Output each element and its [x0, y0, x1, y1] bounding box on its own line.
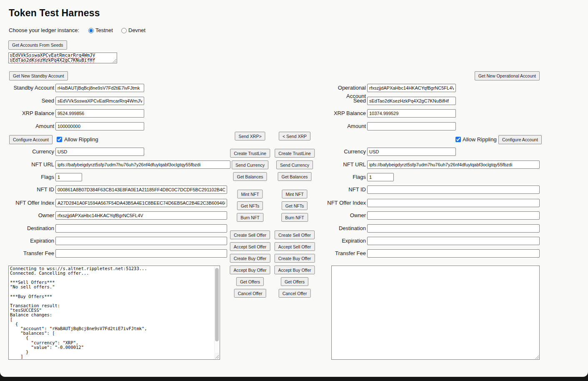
get-new-standby-account-button[interactable]: Get New Standby Account — [9, 71, 68, 80]
operational-expiration-row: Expiration — [0, 237, 588, 245]
operational-nft-id-input[interactable] — [367, 185, 540, 194]
operational-currency-input[interactable] — [367, 148, 456, 156]
testnet-radio-label: Testnet — [95, 27, 113, 33]
operational-expiration-input[interactable] — [367, 237, 540, 245]
operational-amount-input[interactable] — [367, 122, 456, 130]
operational-account-row: Operational Account — [0, 84, 588, 92]
operational-nft-offer-index-label: NFT Offer Index — [317, 199, 366, 207]
operational-cancel-offer-button[interactable]: Cancel Offer — [279, 289, 311, 298]
operational-destination-label: Destination — [317, 224, 366, 233]
get-new-operational-account-button[interactable]: Get New Operational Account — [475, 71, 540, 80]
testnet-radio[interactable] — [88, 28, 94, 33]
operational-seed-label: Seed — [317, 97, 366, 105]
operational-account-input[interactable] — [367, 84, 456, 92]
operational-allow-rippling-checkbox[interactable] — [455, 137, 461, 142]
operational-destination-input[interactable] — [367, 224, 540, 233]
standby-results-resize-corner[interactable] — [214, 353, 219, 359]
operational-results-textarea[interactable] — [331, 266, 540, 360]
operational-flags-label: Flags — [317, 173, 366, 181]
operational-configure-account-button[interactable]: Configure Account — [498, 135, 542, 144]
operational-transfer-fee-label: Transfer Fee — [317, 249, 366, 258]
operational-nft-id-label: NFT ID — [317, 185, 366, 194]
operational-allow-rippling-label: Allow Rippling — [463, 136, 497, 143]
operational-xrp-balance-input[interactable] — [367, 109, 456, 118]
operational-flags-row: Flags — [0, 173, 588, 181]
standby-configure-account-button[interactable]: Configure Account — [9, 135, 53, 144]
operational-owner-label: Owner — [317, 211, 366, 220]
operational-destination-row: Destination — [0, 224, 588, 233]
standby-results-resize-handle[interactable] — [215, 354, 219, 358]
operational-currency-label: Currency — [317, 148, 366, 156]
operational-nft-id-row: NFT ID — [0, 185, 588, 194]
operational-transfer-fee-input[interactable] — [367, 249, 540, 258]
operational-nft-url-row: NFT URL — [0, 160, 588, 169]
operational-expiration-label: Expiration — [317, 237, 366, 245]
standby-cancel-offer-button[interactable]: Cancel Offer — [234, 289, 266, 298]
operational-flags-input[interactable] — [367, 173, 394, 181]
operational-amount-label: Amount — [317, 122, 366, 130]
ledger-instance-label: Choose your ledger instance: — [9, 27, 79, 33]
operational-send-xrp-button[interactable]: < Send XRP — [279, 132, 310, 140]
operational-nft-offer-index-row: NFT Offer Index — [0, 199, 588, 207]
operational-nft-url-input[interactable] — [367, 160, 540, 169]
get-accounts-from-seeds-button[interactable]: Get Accounts From Seeds — [8, 40, 67, 50]
operational-seed-input[interactable] — [367, 97, 456, 105]
page-title: Token Test Harness — [9, 8, 100, 19]
standby-results-text: Connecting to wss://s.altnet.rippletest.… — [10, 266, 213, 359]
standby-accept-buy-offer-button[interactable]: Accept Buy Offer — [230, 266, 270, 274]
operational-nft-offer-index-input[interactable] — [367, 199, 540, 207]
operational-owner-row: Owner — [0, 211, 588, 220]
standby-allow-rippling-checkbox[interactable] — [57, 137, 62, 142]
standby-allow-rippling-label: Allow Rippling — [64, 136, 98, 143]
standby-get-offers-button[interactable]: Get Offers — [236, 277, 264, 286]
standby-results-scrollbar[interactable] — [214, 266, 219, 353]
operational-get-offers-button[interactable]: Get Offers — [281, 277, 308, 286]
operational-nft-url-label: NFT URL — [317, 160, 366, 169]
operational-transfer-fee-row: Transfer Fee — [0, 249, 588, 258]
operational-seed-row: Seed — [0, 97, 588, 105]
token-test-harness-page: Token Test Harness Choose your ledger in… — [0, 0, 588, 377]
operational-results-resize-handle[interactable] — [535, 355, 539, 359]
standby-send-xrp-button[interactable]: Send XRP> — [235, 132, 265, 140]
operational-xrp-balance-row: XRP Balance — [0, 109, 588, 118]
seed-line: sEdTao2dKsezHzkPq4X2gC7KNuBifHf — [10, 58, 116, 63]
operational-xrp-balance-label: XRP Balance — [317, 109, 366, 118]
operational-owner-input[interactable] — [367, 211, 540, 220]
operational-currency-row: Currency — [0, 148, 588, 156]
operational-amount-row: Amount — [0, 122, 588, 130]
standby-results-textarea[interactable]: Connecting to wss://s.altnet.rippletest.… — [8, 266, 220, 360]
standby-results-scrollbar-thumb[interactable] — [215, 268, 219, 341]
devnet-radio-label: Devnet — [128, 27, 145, 33]
seeds-textarea[interactable]: sEdVVkSsswaXPCvEatRmcarRrq4WmJV sEdTao2d… — [8, 53, 117, 63]
operational-accept-buy-offer-button[interactable]: Accept Buy Offer — [274, 266, 315, 274]
devnet-radio[interactable] — [121, 28, 127, 33]
